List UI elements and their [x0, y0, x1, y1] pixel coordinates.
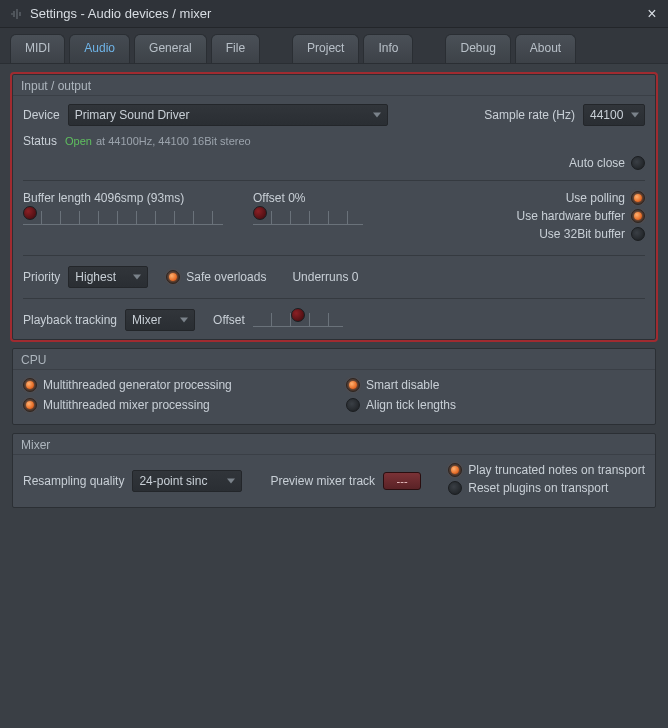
align-tick-label: Align tick lengths — [366, 398, 456, 412]
close-icon[interactable]: × — [644, 6, 660, 22]
tab-info[interactable]: Info — [363, 34, 413, 63]
preview-track-value: --- — [397, 475, 408, 487]
reset-plugins-toggle[interactable] — [448, 481, 462, 495]
tab-about[interactable]: About — [515, 34, 576, 63]
chevron-down-icon — [133, 275, 141, 280]
mt-generator-label: Multithreaded generator processing — [43, 378, 232, 392]
safe-overloads-label: Safe overloads — [186, 270, 266, 284]
use-32bit-toggle[interactable] — [631, 227, 645, 241]
resampling-select[interactable]: 24-point sinc — [132, 470, 242, 492]
panel-title-io: Input / output — [13, 75, 655, 96]
tab-general[interactable]: General — [134, 34, 207, 63]
tab-file[interactable]: File — [211, 34, 260, 63]
tab-midi[interactable]: MIDI — [10, 34, 65, 63]
play-truncated-toggle[interactable] — [448, 463, 462, 477]
tab-strip: MIDI Audio General File Project Info Deb… — [0, 28, 668, 63]
chevron-down-icon — [227, 479, 235, 484]
app-icon — [8, 6, 24, 22]
reset-plugins-label: Reset plugins on transport — [468, 481, 608, 495]
playback-tracking-label: Playback tracking — [23, 313, 117, 327]
pt-offset-label: Offset — [213, 313, 245, 327]
device-select[interactable]: Primary Sound Driver — [68, 104, 388, 126]
resampling-label: Resampling quality — [23, 474, 124, 488]
priority-label: Priority — [23, 270, 60, 284]
pt-offset-slider[interactable] — [253, 313, 343, 327]
mt-generator-toggle[interactable] — [23, 378, 37, 392]
status-details: at 44100Hz, 44100 16Bit stereo — [96, 135, 251, 147]
underruns-label: Underruns 0 — [292, 270, 358, 284]
priority-value: Highest — [75, 270, 116, 284]
use-32bit-label: Use 32Bit buffer — [539, 227, 625, 241]
chevron-down-icon — [631, 113, 639, 118]
use-polling-toggle[interactable] — [631, 191, 645, 205]
align-tick-toggle[interactable] — [346, 398, 360, 412]
auto-close-label: Auto close — [569, 156, 625, 170]
tab-project[interactable]: Project — [292, 34, 359, 63]
offset-label: Offset 0% — [253, 191, 395, 205]
preview-track-label: Preview mixer track — [270, 474, 375, 488]
buffer-length-slider[interactable] — [23, 211, 223, 225]
device-value: Primary Sound Driver — [75, 108, 190, 122]
smart-disable-toggle[interactable] — [346, 378, 360, 392]
sample-rate-value: 44100 — [590, 108, 623, 122]
chevron-down-icon — [373, 113, 381, 118]
playback-tracking-select[interactable]: Mixer — [125, 309, 195, 331]
use-polling-label: Use polling — [566, 191, 625, 205]
resampling-value: 24-point sinc — [139, 474, 207, 488]
play-truncated-label: Play truncated notes on transport — [468, 463, 645, 477]
titlebar: Settings - Audio devices / mixer × — [0, 0, 668, 28]
window-title: Settings - Audio devices / mixer — [30, 6, 644, 21]
tab-audio[interactable]: Audio — [69, 34, 130, 63]
mt-mixer-label: Multithreaded mixer processing — [43, 398, 210, 412]
sample-rate-label: Sample rate (Hz) — [484, 108, 575, 122]
sample-rate-field[interactable]: 44100 — [583, 104, 645, 126]
panel-mixer: Mixer Resampling quality 24-point sinc P… — [12, 433, 656, 508]
offset-slider[interactable] — [253, 211, 363, 225]
panel-cpu: CPU Multithreaded generator processing S… — [12, 348, 656, 425]
panel-title-cpu: CPU — [13, 349, 655, 370]
device-label: Device — [23, 108, 60, 122]
mt-mixer-toggle[interactable] — [23, 398, 37, 412]
use-hw-buffer-label: Use hardware buffer — [516, 209, 625, 223]
preview-track-button[interactable]: --- — [383, 472, 421, 490]
tab-debug[interactable]: Debug — [445, 34, 510, 63]
panel-title-mixer: Mixer — [13, 434, 655, 455]
status-open: Open — [65, 135, 92, 147]
chevron-down-icon — [180, 318, 188, 323]
playback-tracking-value: Mixer — [132, 313, 161, 327]
use-hw-buffer-toggle[interactable] — [631, 209, 645, 223]
panel-input-output: Input / output Device Primary Sound Driv… — [12, 74, 656, 340]
status-label: Status — [23, 134, 57, 148]
safe-overloads-toggle[interactable] — [166, 270, 180, 284]
smart-disable-label: Smart disable — [366, 378, 439, 392]
buffer-length-label: Buffer length 4096smp (93ms) — [23, 191, 245, 205]
priority-select[interactable]: Highest — [68, 266, 148, 288]
auto-close-toggle[interactable] — [631, 156, 645, 170]
